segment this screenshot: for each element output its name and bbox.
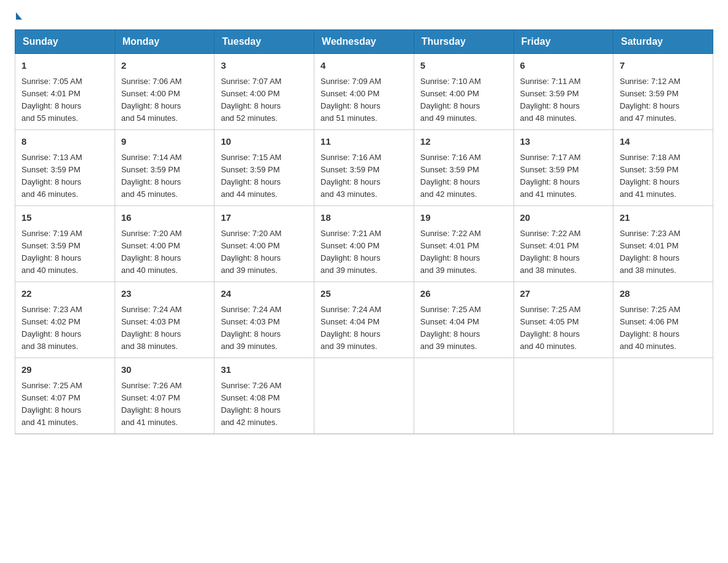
day-number: 19 bbox=[420, 211, 507, 225]
day-number: 2 bbox=[121, 59, 208, 73]
day-cell: 6Sunrise: 7:11 AMSunset: 3:59 PMDaylight… bbox=[514, 54, 613, 130]
day-info: Sunrise: 7:20 AMSunset: 4:00 PMDaylight:… bbox=[221, 228, 308, 277]
day-info: Sunrise: 7:14 AMSunset: 3:59 PMDaylight:… bbox=[121, 151, 208, 201]
page-header bbox=[15, 15, 713, 20]
day-number: 22 bbox=[21, 287, 108, 301]
week-row-2: 8Sunrise: 7:13 AMSunset: 3:59 PMDaylight… bbox=[15, 130, 713, 206]
day-cell: 17Sunrise: 7:20 AMSunset: 4:00 PMDayligh… bbox=[214, 206, 314, 282]
day-number: 1 bbox=[21, 59, 108, 73]
day-cell bbox=[414, 358, 514, 434]
day-number: 30 bbox=[121, 363, 208, 377]
day-cell: 28Sunrise: 7:25 AMSunset: 4:06 PMDayligh… bbox=[613, 282, 713, 358]
day-info: Sunrise: 7:22 AMSunset: 4:01 PMDaylight:… bbox=[420, 228, 507, 277]
calendar-table: SundayMondayTuesdayWednesdayThursdayFrid… bbox=[15, 29, 713, 434]
day-cell: 15Sunrise: 7:19 AMSunset: 3:59 PMDayligh… bbox=[15, 206, 115, 282]
header-thursday: Thursday bbox=[414, 30, 514, 54]
day-cell: 31Sunrise: 7:26 AMSunset: 4:08 PMDayligh… bbox=[214, 358, 314, 434]
day-number: 6 bbox=[520, 59, 607, 73]
day-number: 11 bbox=[320, 135, 408, 149]
day-cell: 29Sunrise: 7:25 AMSunset: 4:07 PMDayligh… bbox=[15, 358, 115, 434]
day-number: 21 bbox=[620, 211, 707, 225]
logo-arrow-icon bbox=[16, 12, 22, 20]
day-number: 4 bbox=[320, 59, 408, 73]
day-number: 24 bbox=[221, 287, 308, 301]
header-saturday: Saturday bbox=[613, 30, 713, 54]
day-info: Sunrise: 7:24 AMSunset: 4:03 PMDaylight:… bbox=[121, 304, 208, 353]
day-cell: 22Sunrise: 7:23 AMSunset: 4:02 PMDayligh… bbox=[15, 282, 115, 358]
day-number: 7 bbox=[620, 59, 707, 73]
day-cell: 8Sunrise: 7:13 AMSunset: 3:59 PMDaylight… bbox=[15, 130, 115, 206]
day-number: 27 bbox=[520, 287, 607, 301]
logo[interactable] bbox=[15, 15, 22, 20]
day-number: 17 bbox=[221, 211, 308, 225]
day-info: Sunrise: 7:26 AMSunset: 4:07 PMDaylight:… bbox=[121, 380, 208, 429]
day-info: Sunrise: 7:24 AMSunset: 4:04 PMDaylight:… bbox=[320, 304, 408, 353]
day-number: 23 bbox=[121, 287, 208, 301]
day-number: 10 bbox=[221, 135, 308, 149]
day-number: 28 bbox=[620, 287, 707, 301]
day-cell: 19Sunrise: 7:22 AMSunset: 4:01 PMDayligh… bbox=[414, 206, 514, 282]
day-cell: 18Sunrise: 7:21 AMSunset: 4:00 PMDayligh… bbox=[314, 206, 414, 282]
day-info: Sunrise: 7:13 AMSunset: 3:59 PMDaylight:… bbox=[21, 151, 108, 201]
day-info: Sunrise: 7:25 AMSunset: 4:07 PMDaylight:… bbox=[21, 380, 108, 429]
day-info: Sunrise: 7:17 AMSunset: 3:59 PMDaylight:… bbox=[520, 151, 607, 201]
header-friday: Friday bbox=[514, 30, 613, 54]
header-sunday: Sunday bbox=[15, 30, 115, 54]
day-info: Sunrise: 7:07 AMSunset: 4:00 PMDaylight:… bbox=[221, 75, 308, 125]
day-info: Sunrise: 7:10 AMSunset: 4:00 PMDaylight:… bbox=[420, 75, 507, 125]
day-cell: 5Sunrise: 7:10 AMSunset: 4:00 PMDaylight… bbox=[414, 54, 514, 130]
day-info: Sunrise: 7:11 AMSunset: 3:59 PMDaylight:… bbox=[520, 75, 607, 125]
day-cell: 2Sunrise: 7:06 AMSunset: 4:00 PMDaylight… bbox=[115, 54, 214, 130]
week-row-3: 15Sunrise: 7:19 AMSunset: 3:59 PMDayligh… bbox=[15, 206, 713, 282]
header-row: SundayMondayTuesdayWednesdayThursdayFrid… bbox=[15, 30, 713, 54]
day-number: 12 bbox=[420, 135, 507, 149]
header-monday: Monday bbox=[115, 30, 214, 54]
day-info: Sunrise: 7:26 AMSunset: 4:08 PMDaylight:… bbox=[221, 380, 308, 429]
day-info: Sunrise: 7:19 AMSunset: 3:59 PMDaylight:… bbox=[21, 228, 108, 277]
day-cell: 9Sunrise: 7:14 AMSunset: 3:59 PMDaylight… bbox=[115, 130, 214, 206]
day-number: 16 bbox=[121, 211, 208, 225]
day-info: Sunrise: 7:06 AMSunset: 4:00 PMDaylight:… bbox=[121, 75, 208, 125]
day-cell: 27Sunrise: 7:25 AMSunset: 4:05 PMDayligh… bbox=[514, 282, 613, 358]
day-cell: 14Sunrise: 7:18 AMSunset: 3:59 PMDayligh… bbox=[613, 130, 713, 206]
day-number: 13 bbox=[520, 135, 607, 149]
day-cell: 4Sunrise: 7:09 AMSunset: 4:00 PMDaylight… bbox=[314, 54, 414, 130]
day-info: Sunrise: 7:09 AMSunset: 4:00 PMDaylight:… bbox=[320, 75, 408, 125]
day-cell: 25Sunrise: 7:24 AMSunset: 4:04 PMDayligh… bbox=[314, 282, 414, 358]
day-info: Sunrise: 7:25 AMSunset: 4:05 PMDaylight:… bbox=[520, 304, 607, 353]
day-cell: 10Sunrise: 7:15 AMSunset: 3:59 PMDayligh… bbox=[214, 130, 314, 206]
day-cell: 24Sunrise: 7:24 AMSunset: 4:03 PMDayligh… bbox=[214, 282, 314, 358]
day-cell: 16Sunrise: 7:20 AMSunset: 4:00 PMDayligh… bbox=[115, 206, 214, 282]
day-number: 31 bbox=[221, 363, 308, 377]
day-info: Sunrise: 7:21 AMSunset: 4:00 PMDaylight:… bbox=[320, 228, 408, 277]
header-wednesday: Wednesday bbox=[314, 30, 414, 54]
day-cell: 26Sunrise: 7:25 AMSunset: 4:04 PMDayligh… bbox=[414, 282, 514, 358]
day-number: 3 bbox=[221, 59, 308, 73]
header-tuesday: Tuesday bbox=[214, 30, 314, 54]
day-number: 5 bbox=[420, 59, 507, 73]
day-number: 20 bbox=[520, 211, 607, 225]
day-number: 8 bbox=[21, 135, 108, 149]
day-cell: 21Sunrise: 7:23 AMSunset: 4:01 PMDayligh… bbox=[613, 206, 713, 282]
day-info: Sunrise: 7:20 AMSunset: 4:00 PMDaylight:… bbox=[121, 228, 208, 277]
day-cell: 20Sunrise: 7:22 AMSunset: 4:01 PMDayligh… bbox=[514, 206, 613, 282]
day-number: 25 bbox=[320, 287, 408, 301]
day-number: 9 bbox=[121, 135, 208, 149]
day-number: 29 bbox=[21, 363, 108, 377]
week-row-4: 22Sunrise: 7:23 AMSunset: 4:02 PMDayligh… bbox=[15, 282, 713, 358]
day-number: 26 bbox=[420, 287, 507, 301]
day-cell: 11Sunrise: 7:16 AMSunset: 3:59 PMDayligh… bbox=[314, 130, 414, 206]
day-info: Sunrise: 7:05 AMSunset: 4:01 PMDaylight:… bbox=[21, 75, 108, 125]
day-info: Sunrise: 7:12 AMSunset: 3:59 PMDaylight:… bbox=[620, 75, 707, 125]
day-number: 14 bbox=[620, 135, 707, 149]
day-cell: 23Sunrise: 7:24 AMSunset: 4:03 PMDayligh… bbox=[115, 282, 214, 358]
day-cell bbox=[514, 358, 613, 434]
day-cell: 30Sunrise: 7:26 AMSunset: 4:07 PMDayligh… bbox=[115, 358, 214, 434]
day-number: 15 bbox=[21, 211, 108, 225]
day-info: Sunrise: 7:24 AMSunset: 4:03 PMDaylight:… bbox=[221, 304, 308, 353]
day-cell bbox=[613, 358, 713, 434]
day-info: Sunrise: 7:25 AMSunset: 4:04 PMDaylight:… bbox=[420, 304, 507, 353]
day-info: Sunrise: 7:18 AMSunset: 3:59 PMDaylight:… bbox=[620, 151, 707, 201]
day-info: Sunrise: 7:16 AMSunset: 3:59 PMDaylight:… bbox=[420, 151, 507, 201]
day-cell bbox=[314, 358, 414, 434]
